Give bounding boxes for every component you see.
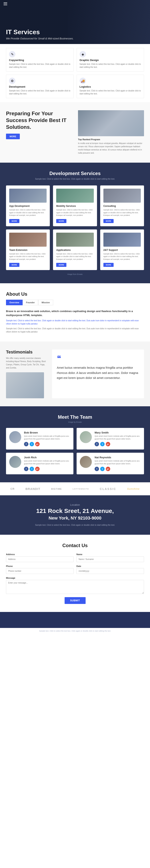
dev-card-4-image [56, 232, 94, 247]
contact-section: Contact Us Address Name Phone Date Messa… [0, 535, 150, 612]
about-sample-text: Sample text. Click to select the text bo… [6, 319, 144, 326]
facebook-icon-jonh[interactable]: f [24, 467, 28, 471]
dev-services-subtitle: Sample text. Click to select the text bo… [6, 178, 144, 181]
googleplus-icon-nat[interactable]: g+ [106, 467, 110, 471]
name-label: Name [77, 553, 144, 556]
hamburger-menu[interactable] [4, 2, 7, 5]
dev-card-3-image [9, 232, 47, 247]
dev-card-1-button[interactable]: MORE [56, 219, 66, 223]
dev-card-3-button[interactable]: MORE [9, 263, 20, 267]
dev-services-grid: App Development Sample text. Click to se… [6, 185, 144, 270]
success-heading: Preparing For Your Success Provide Best … [6, 110, 72, 130]
about-tab-mission[interactable]: Mission [38, 300, 53, 305]
about-description: Brave is an innovative web solution, whi… [6, 309, 144, 317]
location-sample-text: Sample text. Click to select the text bo… [6, 524, 144, 527]
message-label: Message [6, 577, 144, 579]
hero-subtitle: We Provide Outsourced for Small & Mid-si… [6, 37, 144, 40]
brand-logo-1: BRANDIT [25, 487, 40, 491]
dev-card-1: Mobility Services Sample text. Click to … [53, 185, 97, 226]
twitter-icon-mary[interactable]: t [100, 442, 104, 446]
testimonials-quote: Amet luctus venenatis lectus magna fring… [57, 365, 139, 380]
about-tab-founder[interactable]: Founder [23, 300, 38, 305]
twitter-icon-jonh[interactable]: t [30, 467, 34, 471]
about-tab-overview[interactable]: Overview [6, 300, 23, 305]
brand-logo-2: BIGTIME [51, 488, 62, 490]
service-desc-logistics: Sample text. Click to select the text bo… [80, 89, 141, 95]
dev-card-4: Applications Sample text. Click to selec… [53, 229, 97, 270]
brands-section: CR BRANDIT BIGTIME LOTTONNATO CLASSIC Su… [0, 482, 150, 495]
dev-card-5-title: 24/7 Support [103, 249, 141, 251]
name-field-group: Name [77, 553, 144, 562]
name-input[interactable] [77, 556, 144, 562]
dev-card-1-title: Mobility Services [56, 205, 94, 208]
phone-label: Phone [6, 565, 73, 567]
success-left: Preparing For Your Success Provide Best … [6, 110, 72, 139]
testimonials-intro: We offer many weekly exercise classes in… [6, 357, 46, 370]
contact-form: Address Name Phone Date Message [6, 553, 144, 594]
program-img-inner [78, 110, 144, 136]
service-title-development: Development [9, 85, 70, 88]
twitter-icon-bob[interactable]: t [30, 442, 34, 446]
team-socials-nat: f t g+ [95, 467, 141, 471]
hero-section: IT Services We Provide Outsourced for Sm… [0, 0, 150, 44]
dev-services-title: Development Services [6, 170, 144, 176]
facebook-icon-bob[interactable]: f [24, 442, 28, 446]
date-input[interactable] [77, 568, 144, 574]
team-info-nat: Nat Reynolds Quis amet nivert lorem mole… [95, 456, 141, 471]
avatar-bob-brown [9, 431, 21, 443]
googleplus-icon-mary[interactable]: g+ [106, 442, 110, 446]
success-section: Preparing For Your Success Provide Best … [0, 102, 150, 163]
quote-icon: ❝ [57, 354, 139, 362]
phone-field-group: Phone [6, 565, 73, 574]
dev-services-section: Development Services Sample text. Click … [0, 163, 150, 283]
service-card-logistics: 🚚 Logistics Sample text. Click to select… [77, 74, 144, 98]
contact-submit-area: SUBMIT [6, 597, 144, 604]
date-field-group: Date [77, 565, 144, 574]
address-input[interactable] [6, 556, 73, 562]
submit-button[interactable]: SUBMIT [65, 597, 86, 604]
dev-card-0: App Development Sample text. Click to se… [6, 185, 50, 226]
location-address-line2: New York, NY 92103-9000 [6, 516, 144, 521]
facebook-icon-nat[interactable]: f [95, 467, 99, 471]
team-name-jonh: Jonh Rich [24, 456, 70, 459]
testimonials-left: Testimonials We offer many weekly exerci… [6, 349, 46, 398]
team-image-from: Image by Envato [6, 421, 144, 423]
dev-card-4-button[interactable]: MORE [56, 263, 66, 267]
logistics-icon: 🚚 [80, 78, 86, 84]
team-grid: Bob Brown Quis amet nivert lorem moleste… [6, 428, 144, 474]
dev-card-5-button[interactable]: MORE [103, 263, 114, 267]
dev-card-3: Team Extension Sample text. Click to sel… [6, 229, 50, 270]
team-name-mary: Mary Smith [95, 431, 141, 434]
dev-card-3-title: Team Extension [9, 249, 47, 251]
dev-card-2-image [103, 189, 141, 203]
about-section: About Us Overview Founder Mission Brave … [0, 283, 150, 341]
team-card-2: Jonh Rich Quis amet nivert lorem moleste… [6, 453, 73, 474]
about-tabs: Overview Founder Mission [6, 300, 144, 305]
dev-card-2: Consulting Sample text. Click to select … [100, 185, 144, 226]
testimonials-image [6, 372, 44, 398]
team-info-bob: Bob Brown Quis amet nivert lorem moleste… [24, 431, 70, 446]
dev-card-5-desc: Sample text. Click to select the text bo… [103, 253, 141, 261]
googleplus-icon-bob[interactable]: g+ [35, 442, 39, 446]
team-section: Meet The Team Image by Envato Bob Brown … [0, 406, 150, 482]
avatar-nat-reynolds [80, 456, 92, 468]
googleplus-icon-jonh[interactable]: g+ [35, 467, 39, 471]
team-info-mary: Mary Smith Quis amet nivert lorem molest… [95, 431, 141, 446]
dev-card-0-button[interactable]: MORE [9, 219, 20, 223]
graphic-icon: ◈ [80, 51, 86, 57]
brand-logo-3: LOTTONNATO [72, 488, 89, 490]
program-image [78, 110, 144, 136]
message-field-group: Message [6, 577, 144, 594]
service-desc-graphic: Sample text. Click to select the text bo… [80, 63, 141, 69]
facebook-icon-mary[interactable]: f [95, 442, 99, 446]
address-field-group: Address [6, 553, 73, 562]
dev-card-2-button[interactable]: MORE [103, 219, 114, 223]
dev-card-0-image [9, 189, 47, 203]
success-more-button[interactable]: MORE [6, 134, 20, 139]
service-card-copywriting: ✎ Copywriting Sample text. Click to sele… [6, 48, 73, 72]
message-input[interactable] [6, 580, 144, 594]
dev-card-4-desc: Sample text. Click to select the text bo… [56, 253, 94, 261]
team-desc-bob: Quis amet nivert lorem moleste ade ut fr… [24, 435, 70, 440]
phone-input[interactable] [6, 568, 73, 574]
twitter-icon-nat[interactable]: t [100, 467, 104, 471]
